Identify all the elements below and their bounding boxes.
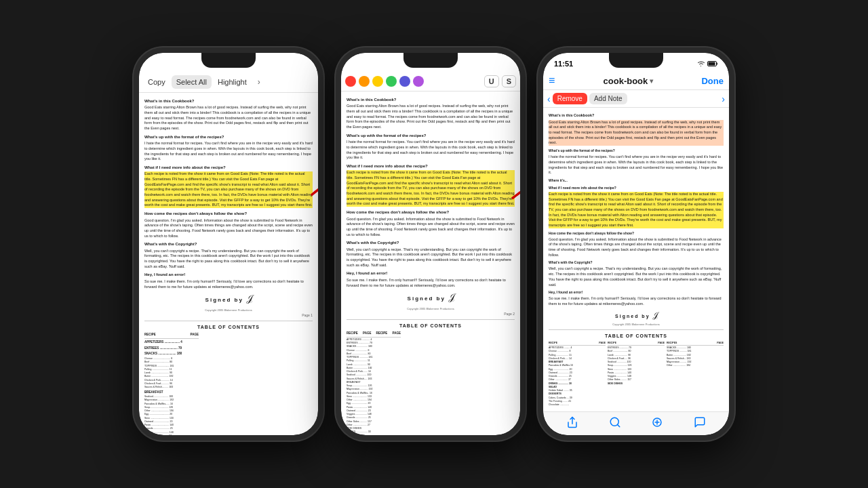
- para-c3-highlighted: Each recipe is noted from the show it ca…: [347, 170, 515, 207]
- para-c2: I hate the normal format for recipes. Yo…: [347, 140, 515, 161]
- toc-grid-c: RECIPEPAGERECIPEPAGE APPETIZERS ........…: [347, 331, 515, 435]
- wifi-icon: [697, 60, 705, 67]
- back-arrow[interactable]: ‹: [547, 94, 551, 104]
- underline-button[interactable]: U: [484, 75, 499, 87]
- para-c1: Good Eats starring Alton Brown has a lot…: [347, 104, 515, 129]
- section-title-6: Hey, I found an error!: [144, 272, 313, 277]
- select-all-button[interactable]: Select All: [172, 75, 212, 89]
- bottom-toolbar-right: [543, 411, 729, 435]
- document-content-center: What's in this Cookbook? Good Eats starr…: [341, 92, 520, 435]
- toc-title-c: TABLE OF CONTENTS: [347, 323, 515, 329]
- para-2: I hate the normal format for recipes. Yo…: [144, 141, 313, 162]
- remove-button[interactable]: Remove: [553, 93, 587, 104]
- note-toolbar: ‹ Remove Add Note ›: [543, 90, 729, 108]
- para-r6: Well, you can't copyright a recipe. That…: [549, 266, 724, 287]
- page-num-left: Page 1: [144, 313, 313, 318]
- page-divider-c: [347, 319, 515, 320]
- main-toolbar-right: ≡ cook-book ▾ Done: [543, 72, 729, 90]
- color-red[interactable]: [345, 76, 356, 87]
- para-r4-highlighted: Each recipe is noted from the show it ca…: [549, 192, 724, 228]
- section-title-r4: What if I need more info about the recip…: [549, 186, 724, 190]
- para-r7: So sue me. I make them. I'm only human!!…: [549, 296, 724, 306]
- done-button[interactable]: Done: [701, 76, 724, 86]
- highlight-button[interactable]: Highlight: [213, 75, 252, 89]
- book-title: cook-book: [604, 76, 648, 86]
- para-1: Good Eats starring Alton Brown has a lot…: [144, 105, 313, 131]
- color-green[interactable]: [386, 76, 397, 87]
- signed-text: Signed by: [205, 297, 243, 303]
- section-title-c6: Hey, I found an error!: [347, 270, 515, 276]
- notch-center: [403, 53, 458, 68]
- phone-center: U S What's in this Cookbook? Good Eats s…: [336, 47, 526, 441]
- section-title-2: What's up with the format of the recipes…: [144, 134, 313, 140]
- para-3-highlighted: Each recipe is noted from the show it ca…: [144, 171, 313, 208]
- signature-image: 𝒥: [247, 293, 252, 304]
- color-yellow[interactable]: [372, 76, 383, 87]
- section-title-r2: What's up with the format of the recipes…: [549, 148, 724, 153]
- svg-rect-4: [709, 62, 715, 66]
- notch-right: [609, 53, 663, 68]
- phone-left: Copy Select All Highlight › What's in th…: [134, 47, 323, 441]
- strikethrough-button[interactable]: S: [502, 75, 516, 87]
- para-r1-highlighted: Good Eats starring Alton Brown has a lot…: [549, 120, 724, 146]
- bookmark-icon[interactable]: [651, 416, 663, 431]
- para-4: Good question. I'm glad you asked. Infor…: [144, 218, 313, 239]
- section-title-c4: How come the recipes don't always follow…: [347, 209, 515, 215]
- copyright-r: Copyright 2005 Blakemere Productions: [549, 323, 724, 327]
- section-title-c2: What's up with the format of the recipes…: [347, 133, 515, 138]
- toolbar-title-area: cook-book ▾: [604, 76, 654, 86]
- para-c5: Well, you can't copyright a recipe. That…: [347, 247, 515, 268]
- forward-arrow[interactable]: ›: [722, 94, 725, 104]
- share-icon[interactable]: [566, 416, 578, 431]
- dropdown-icon[interactable]: ▾: [650, 77, 653, 85]
- section-title-r1: What's in this Cookbook?: [549, 113, 724, 119]
- signature-c: 𝒥: [449, 292, 454, 302]
- section-title-r6: What's with the Copyright?: [549, 260, 724, 265]
- section-title-r7: Hey, I found an error!: [549, 290, 724, 295]
- svg-rect-3: [717, 63, 718, 65]
- copyright-left: Copyright 2005 Blakemere Productions: [144, 308, 313, 312]
- para-r5: Good question. I'm glad you asked. Infor…: [549, 237, 724, 258]
- battery-icon: [707, 60, 718, 67]
- para-5: Well, you can't copyright a recipe. That…: [144, 249, 313, 270]
- section-title-c5: What's with the Copyright?: [347, 240, 515, 245]
- phone-right: 11:51 ≡ coo: [538, 47, 734, 441]
- more-options-icon[interactable]: ›: [253, 75, 265, 89]
- toc-grid-left: RECIPEPAGE APPETIZERS ..................…: [144, 333, 313, 435]
- signed-text-r: Signed by: [615, 314, 650, 319]
- comment-icon[interactable]: [694, 416, 706, 431]
- page-divider-r: [549, 329, 724, 330]
- toc-title-r: TABLE OF CONTENTS: [549, 333, 724, 340]
- copyright-c: Copyright 2005 Blakemere Productions: [347, 307, 515, 311]
- section-title-c1: What's in this Cookbook?: [347, 97, 515, 102]
- annotation-toolbar: U S: [341, 72, 520, 92]
- notch-left: [201, 53, 256, 68]
- signature-r: 𝒥: [653, 310, 657, 320]
- add-note-button[interactable]: Add Note: [589, 93, 627, 104]
- section-title-3: What if I need more info about the recip…: [144, 165, 313, 170]
- search-icon[interactable]: [609, 416, 621, 431]
- selection-toolbar-left: Copy Select All Highlight ›: [139, 72, 318, 93]
- document-content-left: What's in this Cookbook? Good Eats starr…: [139, 93, 318, 435]
- toc-grid-r: RECIPEPAGE APPETIZERS ......... 4 Cheese…: [549, 342, 724, 407]
- page-num-c: Page 2: [347, 312, 515, 317]
- status-time: 11:51: [554, 60, 573, 68]
- section-title-r5: How come the recipes don't always follow…: [549, 231, 724, 236]
- menu-icon[interactable]: ≡: [549, 75, 555, 87]
- section-title-5: What's with the Copyright?: [144, 241, 313, 247]
- color-purple[interactable]: [399, 76, 410, 87]
- signed-text-c: Signed by: [408, 296, 446, 302]
- color-violet[interactable]: [413, 76, 424, 87]
- document-content-right: What's in this Cookbook? Good Eats starr…: [543, 108, 729, 411]
- para-c4: Good question. I'm glad you asked. Infor…: [347, 217, 515, 238]
- svg-line-7: [617, 424, 619, 426]
- para-r2: I hate the normal format for recipes. Yo…: [549, 155, 724, 176]
- color-orange[interactable]: [359, 76, 370, 87]
- section-title-c3: What if I need more info about the recip…: [347, 163, 515, 169]
- copy-button[interactable]: Copy: [143, 75, 170, 89]
- section-title-4: How come the recipes don't always follow…: [144, 211, 313, 216]
- para-c6: So sue me. I make them. I'm only human!!…: [347, 278, 515, 288]
- toc-title-left: TABLE OF CONTENTS: [144, 324, 313, 331]
- page-divider-left: [144, 321, 313, 321]
- section-title-1: What's in this Cookbook?: [144, 98, 313, 104]
